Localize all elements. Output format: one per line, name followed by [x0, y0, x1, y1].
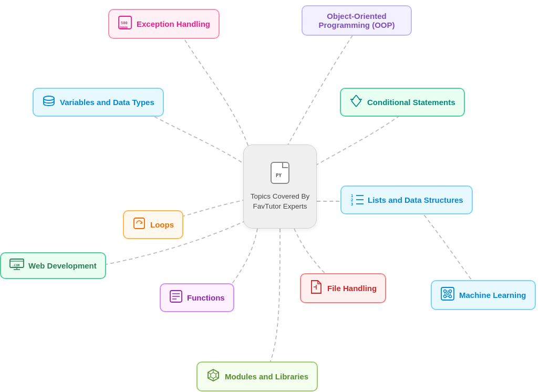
svg-rect-12	[134, 218, 144, 229]
node-conditional: Conditional Statements	[340, 88, 465, 117]
node-filehandling: File Handling	[300, 273, 386, 303]
svg-point-5	[44, 96, 54, 100]
webdev-label: Web Development	[28, 261, 97, 270]
svg-line-7	[356, 95, 361, 101]
lists-icon: 1 2 3	[350, 192, 364, 208]
svg-marker-41	[211, 373, 216, 378]
svg-line-9	[356, 101, 361, 107]
svg-text:ERROR: ERROR	[120, 26, 128, 29]
node-variables: Variables and Data Types	[33, 88, 164, 117]
svg-point-31	[444, 290, 447, 293]
conditional-label: Conditional Statements	[367, 98, 455, 107]
ml-label: Machine Learning	[459, 291, 526, 300]
svg-point-39	[447, 293, 449, 295]
modules-icon	[206, 368, 221, 385]
svg-point-33	[444, 295, 447, 298]
svg-text:2: 2	[351, 198, 353, 202]
filehandling-label: File Handling	[327, 284, 377, 293]
svg-text:.COM: .COM	[12, 263, 20, 267]
svg-text:500: 500	[121, 21, 128, 25]
filehandling-icon	[309, 280, 323, 297]
variables-label: Variables and Data Types	[60, 98, 154, 107]
exception-label: Exception Handling	[137, 19, 210, 28]
loops-icon	[132, 216, 146, 233]
node-lists: 1 2 3 Lists and Data Structures	[340, 185, 473, 214]
functions-label: Functions	[187, 293, 225, 302]
center-node: PY Topics Covered By FavTutor Experts	[243, 145, 317, 229]
oop-label: Object-Oriented Programming (OOP)	[311, 12, 402, 29]
node-modules: Modules and Libraries	[196, 362, 318, 391]
modules-label: Modules and Libraries	[225, 372, 308, 381]
svg-text:PY: PY	[276, 173, 282, 178]
webdev-icon: .COM	[9, 259, 24, 273]
center-label: Topics Covered By FavTutor Experts	[244, 192, 316, 212]
svg-rect-30	[441, 287, 454, 300]
node-exception: 500 ERROR Exception Handling	[108, 9, 220, 39]
node-webdev: .COM Web Development	[0, 252, 106, 279]
svg-point-34	[449, 295, 452, 298]
conditional-icon	[349, 94, 363, 110]
loops-label: Loops	[150, 220, 174, 229]
node-functions: Functions	[160, 283, 234, 312]
svg-text:1: 1	[351, 194, 353, 198]
svg-point-32	[449, 290, 452, 293]
node-loops: Loops	[123, 210, 183, 239]
lists-label: Lists and Data Structures	[368, 195, 463, 204]
node-oop: Object-Oriented Programming (OOP)	[302, 5, 412, 36]
variables-icon	[42, 94, 56, 110]
svg-line-8	[351, 101, 356, 107]
ml-icon	[440, 286, 455, 304]
svg-line-6	[351, 95, 356, 101]
svg-text:3: 3	[351, 202, 353, 205]
mindmap-container: PY Topics Covered By FavTutor Experts 50…	[0, 0, 560, 392]
exception-icon: 500 ERROR	[118, 15, 132, 33]
center-icon: PY	[270, 161, 290, 189]
functions-icon	[169, 290, 183, 306]
node-ml: Machine Learning	[431, 280, 536, 310]
